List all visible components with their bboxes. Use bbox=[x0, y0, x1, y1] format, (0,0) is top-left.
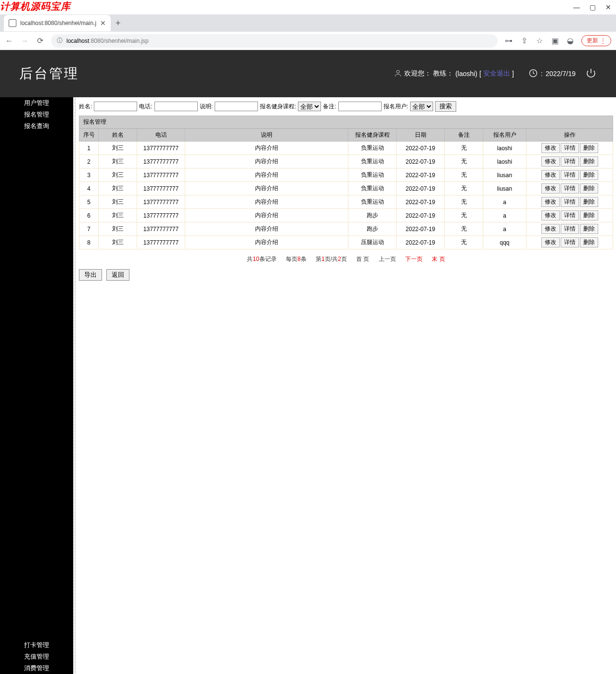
reload-icon[interactable]: ⟳ bbox=[36, 36, 44, 45]
cell-idx: 1 bbox=[79, 142, 99, 155]
edit-button[interactable]: 修改 bbox=[541, 210, 560, 220]
cell-course: 压腿运动 bbox=[348, 236, 397, 249]
cell-name: 刘三 bbox=[99, 155, 137, 168]
bracket-close: ] bbox=[512, 70, 514, 78]
close-icon[interactable]: ✕ bbox=[605, 4, 611, 11]
table-header-row: 序号 姓名 电话 说明 报名健身课程 日期 备注 报名用户 操作 bbox=[79, 129, 613, 142]
col-date: 日期 bbox=[397, 129, 445, 142]
url-path: /shenhei/main.jsp bbox=[103, 38, 148, 44]
cell-name: 刘三 bbox=[99, 182, 137, 195]
detail-button[interactable]: 详情 bbox=[561, 210, 579, 220]
cell-date: 2022-07-19 bbox=[397, 142, 445, 155]
delete-button[interactable]: 删除 bbox=[580, 143, 598, 153]
edit-button[interactable]: 修改 bbox=[541, 237, 560, 247]
label-phone: 电话: bbox=[139, 103, 152, 111]
cell-ops: 修改详情删除 bbox=[526, 182, 613, 195]
share-icon[interactable]: ⇪ bbox=[520, 36, 528, 45]
sidebar-item-query[interactable]: 报名查询 bbox=[0, 120, 73, 132]
new-tab-icon[interactable]: + bbox=[116, 18, 121, 28]
forward-icon[interactable]: → bbox=[20, 37, 29, 45]
detail-button[interactable]: 详情 bbox=[561, 183, 579, 194]
page-last[interactable]: 末 页 bbox=[432, 256, 445, 262]
sidebar-item-recharge[interactable]: 充值管理 bbox=[0, 651, 73, 662]
cell-ops: 修改详情删除 bbox=[526, 195, 613, 209]
cell-course: 负重运动 bbox=[348, 142, 397, 155]
delete-button[interactable]: 删除 bbox=[580, 197, 598, 207]
layout: 用户管理 报名管理 报名查询 打卡管理 充值管理 消费管理 姓名: 电话: 说明… bbox=[0, 97, 616, 674]
sidebar-top-menu: 用户管理 报名管理 报名查询 bbox=[0, 97, 73, 132]
edit-button[interactable]: 修改 bbox=[541, 197, 560, 207]
col-phone: 电话 bbox=[137, 129, 185, 142]
logout-link[interactable]: 安全退出 bbox=[483, 69, 510, 78]
maximize-icon[interactable]: ▢ bbox=[590, 4, 596, 11]
url-input[interactable]: ⓘ localhost:8080/shenhei/main.jsp bbox=[51, 34, 498, 48]
detail-button[interactable]: 详情 bbox=[561, 237, 579, 247]
cell-user: a bbox=[483, 222, 526, 236]
select-user[interactable]: 全部 bbox=[410, 102, 433, 111]
key-icon[interactable]: ⊶ bbox=[504, 36, 513, 45]
cell-name: 刘三 bbox=[99, 168, 137, 182]
cell-user: a bbox=[483, 195, 526, 209]
welcome-text: 欢迎您： bbox=[404, 69, 431, 78]
edit-button[interactable]: 修改 bbox=[541, 183, 560, 194]
sidebar-item-checkin[interactable]: 打卡管理 bbox=[0, 639, 73, 651]
cell-ops: 修改详情删除 bbox=[526, 209, 613, 222]
edit-button[interactable]: 修改 bbox=[541, 143, 560, 153]
pg-perpage: 8 bbox=[297, 256, 301, 262]
back-button[interactable]: 返回 bbox=[106, 269, 129, 281]
export-button[interactable]: 导出 bbox=[79, 269, 102, 281]
page-prev[interactable]: 上一页 bbox=[379, 256, 396, 262]
cell-ops: 修改详情删除 bbox=[526, 236, 613, 249]
profile-icon[interactable]: ◒ bbox=[566, 36, 575, 45]
welcome-block: 欢迎您： 教练： (laoshi) [ 安全退出 ] bbox=[394, 69, 514, 79]
edit-button[interactable]: 修改 bbox=[541, 170, 560, 180]
table-row: 7刘三13777777777内容介绍跑步2022-07-19无a修改详情删除 bbox=[79, 222, 613, 236]
cell-remark: 无 bbox=[445, 222, 483, 236]
delete-button[interactable]: 删除 bbox=[580, 183, 598, 194]
edit-button[interactable]: 修改 bbox=[541, 156, 560, 167]
role-text: 教练： bbox=[433, 69, 453, 78]
delete-button[interactable]: 删除 bbox=[580, 170, 598, 180]
cell-name: 刘三 bbox=[99, 195, 137, 209]
detail-button[interactable]: 详情 bbox=[561, 156, 579, 167]
sidebar-item-signup[interactable]: 报名管理 bbox=[0, 109, 73, 120]
detail-button[interactable]: 详情 bbox=[561, 224, 579, 234]
cell-date: 2022-07-19 bbox=[397, 182, 445, 195]
page-first[interactable]: 首 页 bbox=[356, 256, 369, 262]
tab-close-icon[interactable]: ✕ bbox=[100, 19, 106, 27]
select-course[interactable]: 全部 bbox=[298, 102, 321, 111]
edit-button[interactable]: 修改 bbox=[541, 224, 560, 234]
page-next[interactable]: 下一页 bbox=[405, 256, 423, 262]
site-info-icon[interactable]: ⓘ bbox=[57, 37, 63, 45]
input-desc[interactable] bbox=[215, 102, 258, 111]
input-name[interactable] bbox=[94, 102, 137, 111]
detail-button[interactable]: 详情 bbox=[561, 197, 579, 207]
delete-button[interactable]: 删除 bbox=[580, 210, 598, 220]
cell-idx: 6 bbox=[79, 209, 99, 222]
input-remark[interactable] bbox=[338, 102, 382, 111]
col-name: 姓名 bbox=[99, 129, 137, 142]
star-icon[interactable]: ☆ bbox=[535, 36, 544, 45]
minimize-icon[interactable]: — bbox=[573, 4, 580, 11]
delete-button[interactable]: 删除 bbox=[580, 224, 598, 234]
detail-button[interactable]: 详情 bbox=[561, 143, 579, 153]
sidebar-item-user[interactable]: 用户管理 bbox=[0, 97, 73, 109]
back-icon[interactable]: ← bbox=[5, 37, 13, 45]
delete-button[interactable]: 删除 bbox=[580, 156, 598, 167]
cell-name: 刘三 bbox=[99, 236, 137, 249]
cell-phone: 13777777777 bbox=[137, 168, 185, 182]
delete-button[interactable]: 删除 bbox=[580, 237, 598, 247]
pg-total: 10 bbox=[253, 256, 259, 262]
input-phone[interactable] bbox=[154, 102, 198, 111]
search-button[interactable]: 搜索 bbox=[435, 101, 456, 112]
browser-tab[interactable]: localhost:8080/shenhei/main.j ✕ bbox=[4, 15, 111, 31]
update-button[interactable]: 更新 ⋮ bbox=[581, 35, 611, 46]
extension-icon[interactable]: ▣ bbox=[551, 36, 559, 45]
sidebar-bottom-menu: 打卡管理 充值管理 消费管理 bbox=[0, 639, 73, 674]
pg-t1c: 条记录 bbox=[259, 256, 277, 262]
bottom-buttons: 导出 返回 bbox=[79, 269, 613, 281]
sidebar-item-consume[interactable]: 消费管理 bbox=[0, 662, 73, 674]
detail-button[interactable]: 详情 bbox=[561, 170, 579, 180]
cell-idx: 8 bbox=[79, 236, 99, 249]
power-icon[interactable] bbox=[585, 67, 597, 80]
